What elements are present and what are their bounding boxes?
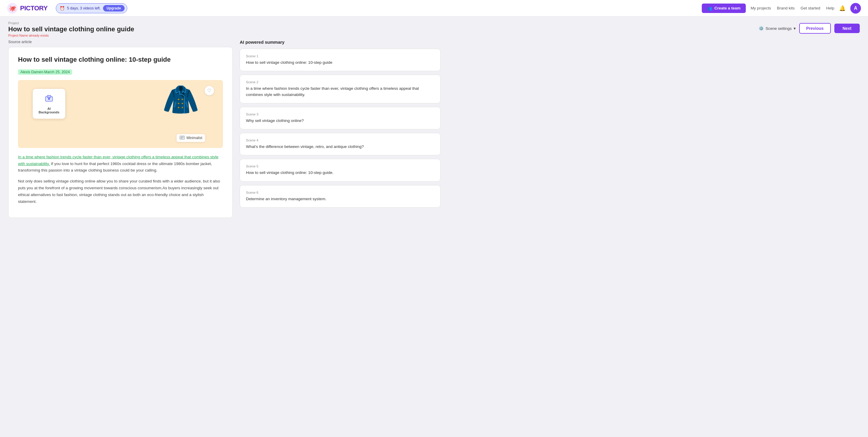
right-panel: AI powered summary Scene 1 How to sell v… <box>240 39 440 430</box>
scene-settings-button[interactable]: ⚙️ Scene settings ▾ <box>759 26 796 31</box>
team-icon: 👥 <box>707 6 712 11</box>
minimalist-icon <box>180 135 185 141</box>
scene-number-1: Scene 1 <box>246 54 434 58</box>
project-label: Project <box>8 21 134 25</box>
avatar[interactable]: A <box>850 3 861 13</box>
svg-rect-7 <box>181 137 184 137</box>
logo-area: 🐙 PICTORY <box>7 3 48 13</box>
main-content: Source article How to sell vintage cloth… <box>0 39 868 437</box>
brand-kits-link[interactable]: Brand kits <box>777 6 795 10</box>
author-date: Alexis Damen·March 25, 2024 <box>18 69 72 75</box>
get-started-link[interactable]: Get started <box>800 6 820 10</box>
article-paragraph-1: In a time where fashion trends cycle fas… <box>18 154 223 174</box>
top-navigation: 🐙 PICTORY ⏰ 5 days, 3 videos left. Upgra… <box>0 0 868 17</box>
scene-card-5[interactable]: Scene 5 How to sell vintage clothing onl… <box>240 159 440 181</box>
jacket-image: 🧥 <box>162 85 199 114</box>
minimalist-tag: Minimalist <box>177 134 205 142</box>
nav-links: My projects Brand kits Get started Help <box>750 6 834 10</box>
my-projects-link[interactable]: My projects <box>750 6 771 10</box>
scene-text-4: What's the difference between vintage, r… <box>246 144 434 150</box>
project-info: Project How to sell vintage clothing onl… <box>8 21 134 37</box>
scene-number-4: Scene 4 <box>246 138 434 142</box>
heart-button[interactable]: ♡ <box>205 86 214 95</box>
scene-number-5: Scene 5 <box>246 164 434 168</box>
logo-text: PICTORY <box>20 4 48 12</box>
project-title: How to sell vintage clothing online guid… <box>8 25 134 33</box>
scene-number-3: Scene 3 <box>246 113 434 116</box>
ai-summary-label: AI powered summary <box>240 39 440 44</box>
next-button[interactable]: Next <box>834 24 860 33</box>
minimalist-label: Minimalist <box>187 136 202 140</box>
clock-icon: ⏰ <box>60 6 65 11</box>
scene-text-6: Determine an inventory management system… <box>246 196 434 202</box>
source-label: Source article <box>8 39 232 44</box>
gear-icon: ⚙️ <box>759 26 764 31</box>
notifications-button[interactable]: 🔔 <box>839 5 845 11</box>
scene-number-6: Scene 6 <box>246 191 434 194</box>
scene-text-2: In a time where fashion trends cycle fas… <box>246 86 434 98</box>
scene-settings-area: ⚙️ Scene settings ▾ Previous Next <box>759 23 860 34</box>
scene-text-5: How to sell vintage clothing online: 10-… <box>246 170 434 176</box>
scene-card-3[interactable]: Scene 3 Why sell vintage clothing online… <box>240 107 440 129</box>
svg-rect-8 <box>181 138 182 138</box>
chevron-down-icon: ▾ <box>794 26 796 31</box>
ai-icon <box>44 94 54 105</box>
project-name-error: Project Name already exists <box>8 34 134 37</box>
article-card: How to sell vintage clothing online: 10-… <box>8 47 232 218</box>
scene-card-2[interactable]: Scene 2 In a time where fashion trends c… <box>240 75 440 103</box>
upgrade-button[interactable]: Upgrade <box>103 5 125 11</box>
article-image-box: AI Backgrounds 🧥 ♡ Minimalist <box>18 80 223 148</box>
pictory-logo-icon: 🐙 <box>7 3 18 13</box>
ai-backgrounds-card[interactable]: AI Backgrounds <box>33 89 65 119</box>
previous-button[interactable]: Previous <box>799 23 831 34</box>
create-team-button[interactable]: 👥 Create a team <box>702 4 746 13</box>
svg-point-5 <box>48 98 50 100</box>
svg-rect-6 <box>180 136 185 139</box>
scene-text-1: How to sell vintage clothing online: 10-… <box>246 60 434 66</box>
scene-card-1[interactable]: Scene 1 How to sell vintage clothing onl… <box>240 49 440 71</box>
help-link[interactable]: Help <box>826 6 834 10</box>
scene-number-2: Scene 2 <box>246 80 434 84</box>
scene-card-4[interactable]: Scene 4 What's the difference between vi… <box>240 133 440 155</box>
subheader: Project How to sell vintage clothing onl… <box>0 17 868 39</box>
scene-text-3: Why sell vintage clothing online? <box>246 118 434 124</box>
trial-text: 5 days, 3 videos left. <box>67 6 101 10</box>
svg-text:🐙: 🐙 <box>9 5 16 12</box>
ai-card-label: AI Backgrounds <box>39 107 59 114</box>
left-panel: Source article How to sell vintage cloth… <box>8 39 232 430</box>
article-title: How to sell vintage clothing online: 10-… <box>18 56 223 64</box>
article-paragraph-2: Not only does selling vintage clothing o… <box>18 178 223 205</box>
trial-banner: ⏰ 5 days, 3 videos left. Upgrade <box>56 3 127 13</box>
scene-card-6[interactable]: Scene 6 Determine an inventory managemen… <box>240 185 440 208</box>
